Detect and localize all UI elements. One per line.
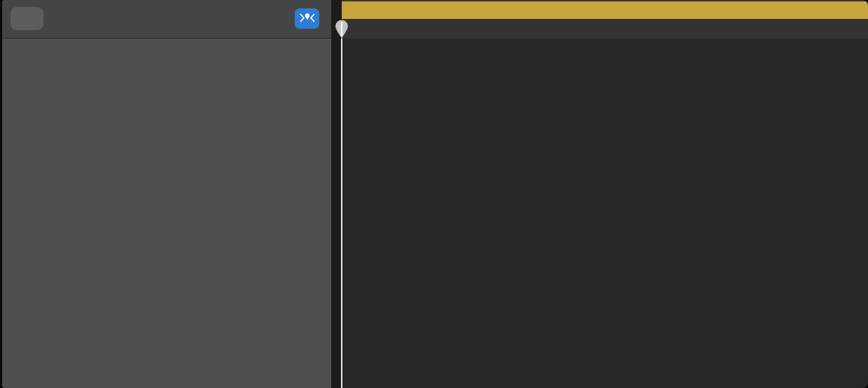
catch-playhead-button[interactable] [295,8,319,29]
cycle-region-band[interactable] [342,1,868,19]
playhead-line [341,20,342,388]
track-header-sidebar [0,0,331,388]
ruler-ticks [331,19,868,39]
track-lanes [331,39,868,388]
timeline-left-gap [331,0,342,388]
add-track-button[interactable] [11,7,44,30]
garageband-tracks-window [0,0,868,388]
catch-playhead-icon [300,13,315,25]
time-ruler[interactable] [331,0,868,39]
sidebar-header [2,0,333,39]
timeline-area [331,0,868,388]
playhead-handle[interactable] [334,19,349,42]
